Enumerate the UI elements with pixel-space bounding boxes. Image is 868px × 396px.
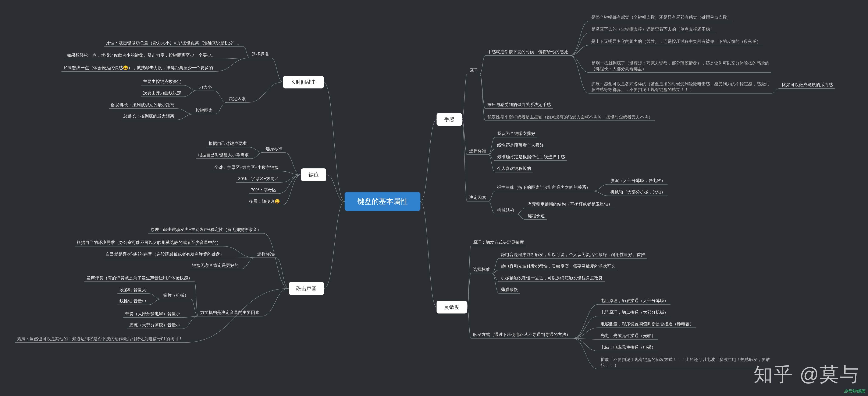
mindmap-leaf[interactable]: 电容测量，程序设置阈值判断是否接通（静电容） bbox=[598, 320, 696, 328]
mindmap-sub[interactable]: 选择标准 bbox=[467, 147, 488, 154]
mindmap-box[interactable]: 键位 bbox=[301, 168, 327, 181]
mindmap-far[interactable]: 是上下无明显变化的阻力的（线性），还是按压过程中突然有被弹一下的反馈的（段落感） bbox=[589, 38, 763, 45]
mindmap-leaf[interactable]: 总键长：按到底的最大距离 bbox=[121, 112, 176, 120]
mindmap-leaf[interactable]: 70%：字母区 bbox=[249, 186, 278, 194]
mindmap-leaf[interactable]: 次要由弹力曲线决定 bbox=[141, 89, 183, 97]
mindmap-sub[interactable]: 决定因素 bbox=[467, 194, 488, 201]
mindmap-sub[interactable]: 触发方式（通过下压使电路从不导通到导通的方法） bbox=[471, 331, 572, 338]
mindmap-leaf[interactable]: 电磁：电磁元件接通（电磁） bbox=[598, 344, 658, 351]
mindmap-leaf[interactable]: 发声弹簧（有的弹簧就是为了发生声音让用户体验快感） bbox=[84, 274, 194, 282]
mindmap-sub[interactable]: 手感就是你按下去的时候，键帽给你的感觉 bbox=[485, 48, 570, 56]
mindmap-sub[interactable]: 选择标准 bbox=[250, 51, 271, 58]
mindmap-leaf[interactable]: 80%：字母区+方向区 bbox=[236, 175, 281, 182]
mindmap-box[interactable]: 敲击声音 bbox=[289, 282, 324, 295]
mindmap-leaf[interactable]: 胶碗（大部分薄膜，静电容） bbox=[608, 177, 668, 184]
mindmap-far[interactable]: 是刚一按就到底了（键程短：巧克力键盘，部分薄膜键盘），还是让你可以充分体验按的感… bbox=[589, 59, 771, 73]
corner-autolink[interactable]: 自动秒链接 bbox=[844, 388, 865, 394]
mindmap-sub[interactable]: 按键距离 bbox=[193, 107, 215, 114]
mindmap-leaf[interactable]: 全键：字母区+方向区+小数字键盘 bbox=[212, 164, 281, 171]
mindmap-leaf[interactable]: 根据自己对键盘大小等需求 bbox=[196, 151, 251, 159]
mindmap-leaf[interactable]: 静电容是程序判断触发，所以可调，个人认为灵活性最好，耐用性最好。首推 bbox=[499, 251, 647, 258]
watermark: 知乎 @莫与 bbox=[753, 362, 860, 388]
mindmap-leaf[interactable]: 触发键长：按到被识别的最小距离 bbox=[109, 101, 177, 109]
mindmap-leaf[interactable]: 胶碗（大部分薄膜）音量小 bbox=[127, 321, 182, 329]
mindmap-leaf[interactable]: 如果想轻松一点，就找让你做功少的键盘。敲击力度，按键距离至少一个要少。 bbox=[65, 52, 217, 59]
mindmap-leaf[interactable]: 机械轴触发稍慢一丢丢，可以从缩短触发键程角度改良 bbox=[499, 274, 605, 282]
mindmap-leaf[interactable]: 比如可以做成磁铁的斥力感 bbox=[780, 81, 835, 88]
mindmap-sub[interactable]: 机械结构 bbox=[495, 206, 516, 214]
mindmap-sub[interactable]: 力学机构是决定音量的主要因素 bbox=[198, 309, 261, 316]
mindmap-leaf[interactable]: 线性还是段落看个人喜好 bbox=[495, 141, 546, 149]
mindmap-leaf[interactable]: 个人喜欢键程长的 bbox=[495, 165, 533, 172]
mindmap-sub[interactable]: 弹性曲线（按下的距离与收到的弹力之间的关系） bbox=[495, 184, 592, 191]
mindmap-leaf[interactable]: 锥簧（大部分静电容）音量小 bbox=[123, 310, 182, 317]
mindmap-far[interactable]: 稳定性靠平衡杆或者是卫星轴（如果没有的话受力面就不均匀，按键时歪或者受力不均） bbox=[485, 113, 655, 121]
mindmap-box[interactable]: 长时间敲击 bbox=[283, 76, 324, 88]
mindmap-leaf[interactable]: 我认为全键帽支撑好 bbox=[495, 130, 537, 137]
mindmap-sub[interactable]: 选择标准 bbox=[471, 266, 492, 273]
mindmap-leaf[interactable]: 线性轴 音量中 bbox=[117, 298, 148, 305]
mindmap-far[interactable]: 是整个键帽都有感觉（全键帽支撑）还是只有局部有感觉（键帽单点支撑） bbox=[589, 13, 733, 21]
mindmap-leaf[interactable]: 如果想爽一点（体会鞭挞的快感😄），就找敲击力度，按键距离至少一个要多的 bbox=[61, 64, 215, 72]
mindmap-leaf[interactable]: 静电容和光轴触发都很快，灵敏度高，需要灵敏度的游戏可选 bbox=[499, 262, 618, 270]
mindmap-leaf[interactable]: 电阻原理，触点接通（大部分机械） bbox=[598, 309, 671, 316]
mindmap-box[interactable]: 灵敏度 bbox=[437, 301, 467, 313]
mindmap-leaf[interactable]: 自己就是喜欢啪啪的声音（选段落感轴或者有发声弹簧的键盘） bbox=[103, 251, 226, 258]
mindmap-sub[interactable]: 选择标准 bbox=[264, 145, 285, 152]
mindmap-leaf[interactable]: 段落轴 音量大 bbox=[117, 286, 148, 293]
mindmap-leaf[interactable]: 光电：光敏元件接通（光轴） bbox=[598, 332, 658, 339]
mindmap-leaf[interactable]: 最准确肯定是根据弹性曲线选择手感 bbox=[495, 153, 567, 161]
mindmap-sub[interactable]: 原理 bbox=[467, 66, 480, 74]
mindmap-leaf[interactable]: 原理：触发方式决定灵敏度 bbox=[471, 238, 526, 246]
mindmap-far[interactable]: 拓展：当然也可以是其他的！知道达到将是否下按的动作最后能转化为电信号01的均可！ bbox=[15, 335, 185, 343]
mindmap-root[interactable]: 键盘的基本属性 bbox=[345, 192, 421, 211]
mindmap-leaf[interactable]: 键程长短 bbox=[526, 212, 547, 220]
mindmap-leaf[interactable]: 根据自己的环境需求（办公室可能不可以太吵那就选静的或者至少音量中的） bbox=[74, 239, 223, 246]
mindmap-sub[interactable]: 决定因素 bbox=[227, 95, 248, 103]
mindmap-leaf[interactable]: 薄膜最慢 bbox=[499, 286, 520, 293]
mindmap-sub[interactable]: 选择标准 bbox=[255, 250, 276, 258]
mindmap-leaf[interactable]: 原理：敲击键做功总量（费力大小）=力*按键距离（准确来说是积分）。 bbox=[104, 39, 244, 47]
mindmap-sub[interactable]: 簧片（机械） bbox=[161, 292, 191, 299]
mindmap-leaf[interactable]: 有无稳定键帽的结构（平衡杆或者是卫星轴） bbox=[526, 200, 615, 208]
mindmap-leaf[interactable]: 原理：敲击震动发声+主动发声+稳定性（有无弹簧等杂音） bbox=[148, 226, 264, 233]
mindmap-leaf[interactable]: 拓展：随便改😄 bbox=[247, 198, 282, 205]
mindmap-leaf[interactable]: 电阻原理，触底接通（大部分薄膜） bbox=[598, 297, 671, 304]
mindmap-sub[interactable]: 力大小 bbox=[197, 83, 214, 91]
mindmap-box[interactable]: 手感 bbox=[437, 113, 462, 126]
mindmap-leaf[interactable]: 按压与感受到的弹力关系决定手感 bbox=[485, 101, 553, 108]
mindmap-leaf[interactable]: 主要由按键克数决定 bbox=[141, 78, 183, 85]
mindmap-far[interactable]: 是竖直下去的（全键帽支撑）还是歪着下去的（单点支撑还不稳） bbox=[589, 25, 716, 33]
mindmap-leaf[interactable]: 键盘无杂音肯定是更好的 bbox=[190, 262, 241, 269]
mindmap-far[interactable]: 扩展：感觉可以是各式各样的（甚至是按的时候受到轻微电击感、感受到力的不稳定感，感… bbox=[589, 80, 771, 93]
mindmap-leaf[interactable]: 根据自己对键位要求 bbox=[207, 140, 249, 147]
mindmap-leaf[interactable]: 机械轴（大部分机械，光轴） bbox=[608, 188, 668, 196]
